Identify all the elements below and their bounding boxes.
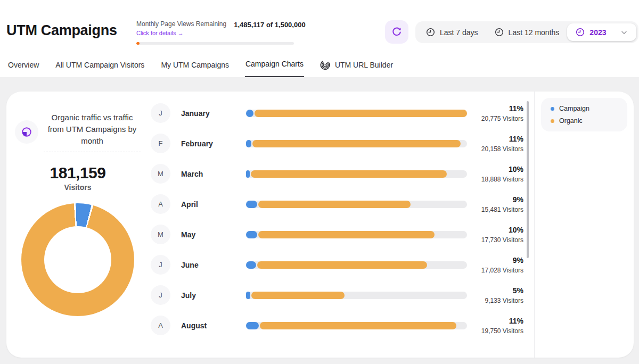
legend-panel: Campaign Organic <box>535 92 634 358</box>
date-range-label: Last 12 months <box>509 28 560 37</box>
organic-bar-segment <box>251 170 447 178</box>
campaign-bar-segment <box>246 170 250 178</box>
month-initial-avatar: J <box>151 103 170 123</box>
month-row[interactable]: M May 10% 17,730 Visitors <box>144 219 534 250</box>
usage-details-link[interactable]: Click for details → <box>136 30 184 36</box>
monthly-bars-list: J January 11% 20,775 Visitors F February… <box>144 92 534 358</box>
month-initial-avatar: A <box>151 194 170 214</box>
month-bar-track <box>246 231 467 238</box>
usage-label: Monthly Page Views Remaining <box>136 20 226 28</box>
month-bar-track <box>246 322 467 329</box>
organic-bar-segment <box>252 140 461 147</box>
clock-icon <box>425 27 436 37</box>
month-bar-track <box>246 110 467 117</box>
organic-bar-segment <box>251 292 345 299</box>
month-visitors: 20,158 Visitors <box>467 145 523 153</box>
organic-bar-segment <box>255 110 467 117</box>
month-row[interactable]: M March 10% 18,888 Visitors <box>144 159 534 189</box>
tab-overview[interactable]: Overview <box>7 53 39 77</box>
organic-bar-segment <box>260 322 456 329</box>
usage-progress-bar <box>136 42 294 45</box>
utm-builder-icon <box>320 60 331 70</box>
usage-progress-fill <box>136 42 140 45</box>
month-row[interactable]: A August 11% 19,750 Visitors <box>144 310 534 341</box>
campaign-bar-segment <box>246 261 256 269</box>
total-visitors-label: Visitors <box>15 183 141 192</box>
organic-bar-segment <box>258 201 411 208</box>
month-visitors: 15,481 Visitors <box>467 206 523 213</box>
tab-label: All UTM Campaign Visitors <box>55 61 144 69</box>
tab-bar: Overview All UTM Campaign Visitors My UT… <box>0 53 639 77</box>
campaign-bar-segment <box>246 322 259 329</box>
page-title: UTM Campaigns <box>6 22 117 39</box>
month-label: July <box>181 291 234 300</box>
month-percent: 9% <box>467 256 523 264</box>
date-range-last-12-months[interactable]: Last 12 months <box>486 23 568 41</box>
campaign-charts-card: Organic traffic vs traffic from UTM Camp… <box>6 92 634 358</box>
month-initial-avatar: F <box>151 134 170 153</box>
month-percent: 9% <box>467 195 523 204</box>
tab-label: UTM URL Builder <box>335 61 393 69</box>
total-visitors-value: 181,159 <box>15 164 141 182</box>
campaign-bar-segment <box>246 292 250 299</box>
date-range-control: Last 7 days Last 12 months 2023 <box>415 21 638 43</box>
tab-label: Campaign Charts <box>245 60 304 70</box>
month-label: April <box>181 200 234 209</box>
refresh-button[interactable] <box>385 20 408 44</box>
legend-dot-icon <box>551 119 554 123</box>
month-visitors: 18,888 Visitors <box>467 176 523 183</box>
refresh-icon <box>391 26 403 38</box>
month-percent: 11% <box>467 104 523 113</box>
month-row[interactable]: J January 11% 20,775 Visitors <box>144 98 534 128</box>
organic-bar-segment <box>258 231 435 238</box>
month-bar-track <box>246 261 467 269</box>
clock-icon <box>494 27 504 37</box>
date-range-2023[interactable]: 2023 <box>567 23 636 41</box>
month-bar-track <box>246 170 467 178</box>
chart-title: Organic traffic vs traffic from UTM Camp… <box>44 112 141 152</box>
campaign-bar-segment <box>246 231 257 238</box>
legend-dot-icon <box>551 107 554 111</box>
pie-chart-icon <box>15 120 38 144</box>
month-row[interactable]: J June 9% 17,028 Visitors <box>144 250 534 280</box>
legend-label: Campaign <box>559 105 589 112</box>
tab-my-utm-campaigns[interactable]: My UTM Campaigns <box>160 53 230 77</box>
month-visitors: 17,028 Visitors <box>467 267 523 274</box>
chart-legend: Campaign Organic <box>541 98 627 131</box>
month-initial-avatar: J <box>151 285 170 305</box>
month-initial-avatar: M <box>151 225 170 244</box>
month-percent: 10% <box>467 226 523 234</box>
organic-bar-segment <box>257 261 427 269</box>
legend-item-organic: Organic <box>551 117 618 125</box>
month-visitors: 20,775 Visitors <box>467 115 523 122</box>
summary-panel: Organic traffic vs traffic from UTM Camp… <box>6 92 144 358</box>
clock-icon <box>575 27 585 37</box>
chevron-down-icon <box>620 28 628 37</box>
header: UTM Campaigns Monthly Page Views Remaini… <box>0 0 639 77</box>
date-range-label: Last 7 days <box>440 28 478 37</box>
month-row[interactable]: J July 5% 9,133 Visitors <box>144 280 534 310</box>
month-bar-track <box>246 140 467 147</box>
month-initial-avatar: J <box>151 255 170 275</box>
month-bar-track <box>246 292 467 299</box>
usage-meter: Monthly Page Views Remaining Click for d… <box>136 20 294 45</box>
legend-item-campaign: Campaign <box>551 105 618 112</box>
month-label: May <box>181 230 234 239</box>
month-percent: 11% <box>467 135 523 143</box>
month-initial-avatar: M <box>151 164 170 184</box>
tab-campaign-charts[interactable]: Campaign Charts <box>245 53 304 77</box>
campaign-bar-segment <box>246 110 253 117</box>
month-row[interactable]: F February 11% 20,158 Visitors <box>144 128 534 159</box>
month-percent: 11% <box>467 317 523 325</box>
tab-label: My UTM Campaigns <box>161 61 229 69</box>
vertical-scrollbar[interactable] <box>527 101 529 258</box>
usage-labels: Monthly Page Views Remaining Click for d… <box>136 20 226 37</box>
month-label: January <box>181 109 234 118</box>
tab-utm-url-builder[interactable]: UTM URL Builder <box>320 53 394 77</box>
month-initial-avatar: A <box>151 316 170 335</box>
tab-all-utm-campaign-visitors[interactable]: All UTM Campaign Visitors <box>55 53 145 77</box>
month-label: June <box>181 261 234 269</box>
date-range-last-7-days[interactable]: Last 7 days <box>417 23 486 41</box>
month-row[interactable]: A April 9% 15,481 Visitors <box>144 189 534 219</box>
legend-label: Organic <box>559 117 583 125</box>
